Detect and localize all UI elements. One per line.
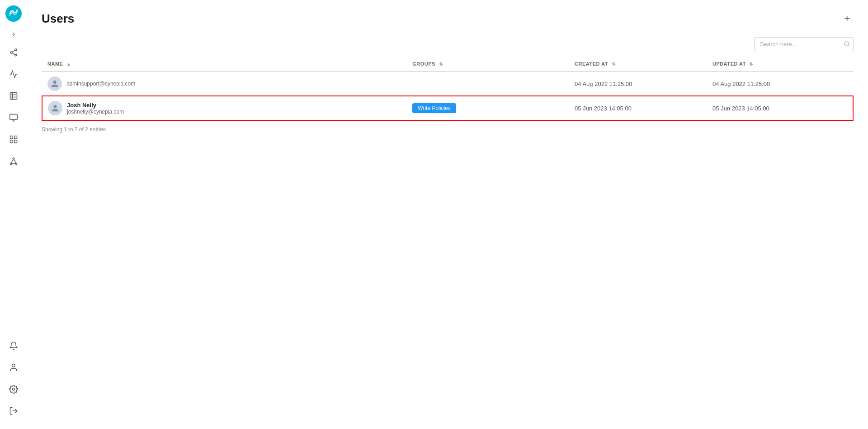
svg-point-19	[15, 163, 17, 164]
user-email: adminsupport@cynepia.com	[66, 81, 135, 87]
user-cell: adminsupport@cynepia.com	[47, 76, 401, 91]
user-email: joshnelly@cynepia.com	[67, 109, 124, 115]
sort-updated-icon: ⇅	[749, 62, 753, 67]
user-updated-at: 05 Jun 2023 14:05:00	[707, 96, 853, 120]
table-pagination-info: Showing 1 to 2 of 2 entries	[42, 126, 854, 133]
table-header: NAME ▲ GROUPS ⇅ CREATED AT ⇅ UPDATED AT …	[42, 57, 853, 72]
svg-rect-16	[14, 140, 17, 143]
page-header: Users +	[42, 11, 854, 26]
user-groups	[407, 72, 569, 96]
sort-created-icon: ⇅	[612, 62, 616, 67]
svg-line-21	[14, 159, 16, 163]
user-info: adminsupport@cynepia.com	[66, 81, 135, 87]
sidebar-item-settings[interactable]	[5, 380, 23, 398]
column-header-name[interactable]: NAME ▲	[42, 57, 407, 72]
column-header-groups[interactable]: GROUPS ⇅	[407, 57, 569, 72]
sidebar-item-nodes[interactable]	[5, 152, 23, 170]
avatar	[47, 76, 62, 91]
svg-line-4	[12, 50, 15, 52]
user-created-at: 05 Jun 2023 14:05:00	[569, 96, 707, 120]
sidebar-bottom	[5, 337, 23, 424]
sidebar-item-grid[interactable]	[5, 130, 23, 148]
svg-point-2	[10, 52, 12, 53]
svg-line-5	[12, 53, 15, 55]
avatar	[48, 101, 62, 115]
sidebar	[0, 0, 27, 429]
sidebar-item-table[interactable]	[5, 87, 23, 105]
svg-rect-14	[14, 136, 17, 139]
svg-rect-13	[10, 136, 13, 139]
sidebar-item-logout[interactable]	[5, 402, 23, 420]
sort-groups-icon: ⇅	[439, 62, 443, 67]
group-badge: Write Policies	[412, 103, 456, 113]
table-row[interactable]: Josh Nelly joshnelly@cynepia.com Write P…	[42, 96, 853, 120]
app-logo	[5, 5, 22, 22]
sidebar-item-profile[interactable]	[5, 358, 23, 377]
svg-rect-15	[10, 140, 13, 143]
user-created-at: 04 Aug 2022 11:25:00	[569, 72, 707, 96]
svg-point-1	[14, 49, 16, 51]
user-info: Josh Nelly joshnelly@cynepia.com	[67, 102, 124, 115]
svg-point-18	[10, 163, 11, 164]
sidebar-item-metrics[interactable]	[5, 65, 23, 83]
svg-point-23	[12, 364, 15, 367]
add-user-button[interactable]: +	[840, 11, 854, 26]
svg-point-24	[12, 388, 14, 391]
svg-point-3	[14, 54, 16, 56]
users-table: NAME ▲ GROUPS ⇅ CREATED AT ⇅ UPDATED AT …	[42, 57, 854, 121]
svg-rect-10	[9, 114, 17, 120]
sidebar-item-notifications[interactable]	[5, 337, 23, 355]
sidebar-collapse-button[interactable]	[8, 29, 19, 40]
table-row[interactable]: adminsupport@cynepia.com 04 Aug 2022 11:…	[42, 72, 853, 96]
svg-point-17	[13, 158, 14, 159]
sidebar-item-network[interactable]	[5, 43, 23, 62]
search-wrapper	[754, 37, 854, 51]
table-body: adminsupport@cynepia.com 04 Aug 2022 11:…	[42, 72, 853, 120]
search-input[interactable]	[754, 37, 854, 51]
column-header-updated[interactable]: UPDATED AT ⇅	[707, 57, 853, 72]
search-container	[42, 37, 854, 51]
user-cell: Josh Nelly joshnelly@cynepia.com	[48, 101, 401, 115]
svg-line-20	[11, 159, 14, 163]
sidebar-item-monitor[interactable]	[5, 109, 23, 127]
page-title: Users	[42, 12, 74, 26]
user-name: Josh Nelly	[67, 102, 124, 109]
main-content: Users + NAME ▲ GROUPS ⇅	[27, 0, 868, 429]
svg-rect-6	[10, 93, 17, 100]
user-updated-at: 04 Aug 2022 11:25:00	[707, 72, 853, 96]
sort-asc-icon: ▲	[66, 62, 71, 67]
user-groups: Write Policies	[407, 96, 569, 120]
column-header-created[interactable]: CREATED AT ⇅	[569, 57, 707, 72]
sidebar-nav	[5, 43, 23, 337]
